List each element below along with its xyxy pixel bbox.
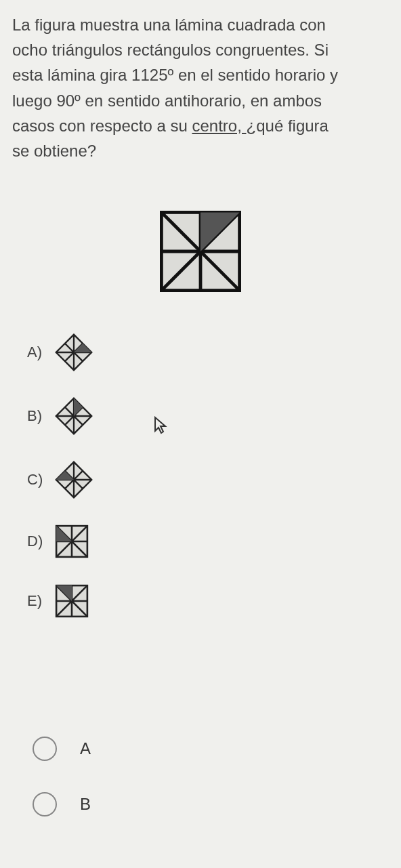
radio-b[interactable]: B [33, 792, 91, 817]
option-a[interactable]: A) [27, 333, 389, 372]
option-c-label: C) [27, 471, 46, 489]
radio-circle-icon [33, 737, 57, 761]
option-d-label: D) [27, 533, 46, 550]
option-b-label: B) [27, 407, 46, 425]
q-line5-underlined: centro, [192, 117, 246, 135]
radio-a[interactable]: A [33, 737, 91, 761]
option-e[interactable]: E) [27, 583, 389, 619]
q-line6: se obtiene? [12, 142, 96, 160]
q-line3: esta lámina gira 1125º en el sentido hor… [12, 66, 338, 84]
option-e-label: E) [27, 592, 46, 610]
main-figure-container [12, 211, 389, 292]
radio-b-label: B [80, 795, 91, 814]
q-line2: ocho triángulos rectángulos congruentes.… [12, 41, 329, 59]
q-line4: luego 90º en sentido antihorario, en amb… [12, 91, 322, 110]
radio-circle-icon [33, 792, 57, 817]
option-d-figure [54, 524, 89, 559]
option-d[interactable]: D) [27, 524, 389, 559]
question-text: La figura muestra una lámina cuadrada co… [12, 12, 389, 163]
option-a-figure [54, 333, 93, 372]
q-line5c: ¿qué figura [247, 117, 329, 135]
option-a-label: A) [27, 344, 46, 361]
options-list: A) B) C) [12, 333, 389, 619]
radio-a-label: A [80, 739, 91, 758]
q-line1: La figura muestra una lámina cuadrada co… [12, 16, 326, 34]
option-b-figure [54, 396, 93, 436]
option-c[interactable]: C) [27, 460, 389, 499]
main-square-figure [160, 211, 241, 292]
cursor-icon [153, 416, 169, 435]
option-e-figure [54, 583, 89, 619]
q-line5a: casos con respecto a su [12, 117, 192, 135]
radio-group: A B [33, 737, 91, 848]
option-b[interactable]: B) [27, 396, 389, 436]
option-c-figure [54, 460, 93, 499]
